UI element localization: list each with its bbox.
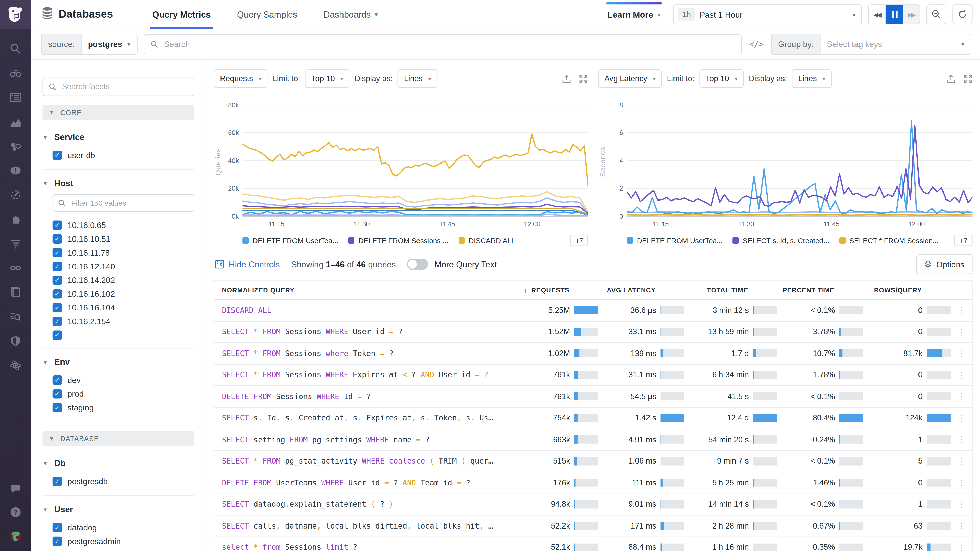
zoom-out-button[interactable] bbox=[926, 4, 946, 24]
row-menu-kebab-icon[interactable]: ⋮ bbox=[951, 306, 972, 314]
limit-select[interactable]: Top 10▾ bbox=[305, 69, 349, 88]
tab-query-metrics[interactable]: Query Metrics bbox=[150, 0, 213, 29]
help-icon[interactable]: ? bbox=[10, 506, 22, 519]
row-menu-kebab-icon[interactable]: ⋮ bbox=[951, 436, 972, 444]
legend-item[interactable]: SELECT s. Id, s. Created... bbox=[733, 237, 829, 244]
normalized-query[interactable]: SELECT datadog.explain_statement ( ? ) bbox=[215, 500, 506, 509]
checkbox[interactable]: ✓ bbox=[52, 248, 62, 257]
legend-more-badge[interactable]: +7 bbox=[955, 235, 973, 246]
chart-plot-area[interactable] bbox=[242, 94, 588, 217]
checkbox[interactable]: ✓ bbox=[52, 330, 62, 340]
normalized-query[interactable]: SELECT * FROM pg_stat_activity WHERE coa… bbox=[215, 457, 506, 465]
facet-section-header[interactable]: ▼CORE bbox=[43, 105, 194, 120]
hide-controls-link[interactable]: Hide Controls bbox=[215, 260, 280, 269]
tab-dashboards[interactable]: Dashboards▾ bbox=[321, 0, 380, 29]
row-menu-kebab-icon[interactable]: ⋮ bbox=[951, 414, 972, 422]
row-menu-kebab-icon[interactable]: ⋮ bbox=[951, 479, 972, 487]
normalized-query[interactable]: SELECT * FROM Sessions WHERE Expires_at … bbox=[215, 371, 506, 380]
learn-more-button[interactable]: Learn More▾ bbox=[606, 6, 662, 23]
display-select[interactable]: Lines▾ bbox=[398, 69, 437, 88]
metric-select[interactable]: Avg Latency▾ bbox=[598, 69, 662, 88]
facet-value[interactable]: ✓10.16.11.78 bbox=[43, 245, 194, 259]
checkbox[interactable]: ✓ bbox=[52, 375, 62, 385]
table-row[interactable]: SELECT s. Id, s. Created_at, s. Expires_… bbox=[215, 408, 972, 429]
facet-search-input[interactable] bbox=[61, 82, 188, 92]
row-menu-kebab-icon[interactable]: ⋮ bbox=[951, 371, 972, 379]
display-select[interactable]: Lines▾ bbox=[792, 69, 832, 88]
checkbox[interactable]: ✓ bbox=[52, 220, 62, 230]
checkbox[interactable]: ✓ bbox=[52, 303, 62, 312]
normalized-query[interactable]: DELETE FROM Sessions WHERE Id = ? bbox=[215, 392, 506, 401]
table-row[interactable]: SELECT setting FROM pg_settings WHERE na… bbox=[215, 429, 972, 451]
row-menu-kebab-icon[interactable]: ⋮ bbox=[951, 349, 972, 358]
monitors-icon[interactable] bbox=[10, 164, 22, 177]
normalized-query[interactable]: SELECT setting FROM pg_settings WHERE na… bbox=[215, 435, 506, 444]
facet-value[interactable]: ✓10.16.16.102 bbox=[43, 287, 194, 300]
security-icon[interactable] bbox=[10, 335, 22, 348]
checkbox[interactable]: ✓ bbox=[52, 262, 62, 271]
legend-item[interactable]: SELECT * FROM Session... bbox=[839, 237, 939, 244]
facet-filter[interactable] bbox=[52, 194, 194, 212]
dashboards-icon[interactable] bbox=[10, 91, 22, 104]
metric-select[interactable]: Requests▾ bbox=[214, 69, 268, 88]
facet-group-title[interactable]: ▼Service bbox=[43, 132, 194, 142]
time-range-picker[interactable]: 1h Past 1 Hour ▾ bbox=[673, 4, 862, 24]
normalized-query[interactable]: SELECT calls, datname, local_blks_dirtie… bbox=[215, 521, 506, 530]
facet-group-title[interactable]: ▼Env bbox=[43, 357, 194, 367]
checkbox[interactable]: ✓ bbox=[52, 523, 62, 532]
chat-icon[interactable] bbox=[10, 483, 22, 495]
export-icon[interactable] bbox=[562, 74, 571, 83]
facet-value[interactable]: ✓dev bbox=[43, 373, 194, 387]
refresh-button[interactable] bbox=[953, 4, 972, 24]
checkbox[interactable]: ✓ bbox=[52, 234, 62, 243]
fast-forward-button[interactable]: ▶▶ bbox=[903, 5, 920, 24]
rewind-button[interactable]: ◀◀ bbox=[869, 5, 886, 24]
serverless-icon[interactable] bbox=[10, 359, 22, 372]
column-header-rows-query[interactable]: ROWS/QUERY bbox=[863, 286, 951, 294]
table-row[interactable]: SELECT calls, datname, local_blks_dirtie… bbox=[215, 515, 972, 537]
column-header-percent-time[interactable]: PERCENT TIME bbox=[777, 286, 863, 294]
facet-value[interactable]: ✓10.16.2.154 bbox=[43, 314, 194, 328]
row-menu-kebab-icon[interactable]: ⋮ bbox=[951, 457, 972, 465]
group-by-select[interactable]: Group by: Select tag keys ▾ bbox=[771, 33, 971, 55]
options-button[interactable]: ⚙ Options bbox=[916, 254, 972, 274]
ci-icon[interactable] bbox=[10, 262, 22, 274]
facet-section-header[interactable]: ▼DATABASE bbox=[43, 431, 194, 446]
checkbox[interactable]: ✓ bbox=[52, 476, 62, 486]
facet-value[interactable]: ✓prod bbox=[43, 387, 194, 400]
facet-filter-input[interactable] bbox=[70, 198, 189, 208]
export-icon[interactable] bbox=[946, 74, 956, 83]
fullscreen-icon[interactable] bbox=[963, 74, 973, 83]
table-row[interactable]: SELECT * FROM pg_stat_activity WHERE coa… bbox=[215, 451, 972, 472]
facet-group-title[interactable]: ▼Host bbox=[43, 179, 194, 188]
facet-value[interactable]: ✓ bbox=[43, 328, 194, 341]
legend-item[interactable]: DELETE FROM UserTea... bbox=[242, 237, 339, 244]
facet-value[interactable]: ✓datadog bbox=[43, 520, 194, 534]
facet-value[interactable]: ✓10.16.10.51 bbox=[43, 232, 194, 246]
fullscreen-icon[interactable] bbox=[579, 74, 588, 83]
more-query-text-toggle[interactable] bbox=[407, 259, 428, 270]
normalized-query[interactable]: select * from Sessions limit ? bbox=[215, 543, 506, 551]
checkbox[interactable]: ✓ bbox=[52, 275, 62, 285]
facet-value[interactable]: ✓10.16.12.140 bbox=[43, 259, 194, 273]
checkbox[interactable]: ✓ bbox=[52, 389, 62, 398]
normalized-query[interactable]: DELETE FROM UserTeams WHERE User_id = ? … bbox=[215, 478, 506, 487]
tab-query-samples[interactable]: Query Samples bbox=[234, 0, 300, 29]
normalized-query[interactable]: SELECT s. Id, s. Created_at, s. Expires_… bbox=[215, 414, 506, 422]
table-row[interactable]: SELECT datadog.explain_statement ( ? )94… bbox=[215, 494, 972, 515]
column-header-total-time[interactable]: TOTAL TIME bbox=[684, 286, 777, 294]
legend-item[interactable]: DELETE FROM Sessions ... bbox=[348, 237, 449, 244]
pause-button[interactable] bbox=[886, 5, 903, 24]
datadog-logo[interactable] bbox=[0, 0, 31, 29]
legend-item[interactable]: DISCARD ALL bbox=[458, 237, 515, 244]
search-bar[interactable] bbox=[143, 34, 741, 54]
facet-value[interactable]: ✓postgresadmin bbox=[43, 534, 194, 548]
checkbox[interactable]: ✓ bbox=[52, 150, 62, 160]
logs-icon[interactable] bbox=[10, 238, 22, 250]
facet-group-title[interactable]: ▼Db bbox=[43, 459, 194, 468]
legend-item[interactable]: DELETE FROM UserTea... bbox=[627, 237, 723, 244]
table-row[interactable]: SELECT * FROM Sessions WHERE User_id = ?… bbox=[215, 321, 972, 343]
facet-search[interactable] bbox=[43, 78, 194, 96]
search-input[interactable] bbox=[163, 39, 735, 49]
chart-plot-area[interactable] bbox=[627, 94, 972, 217]
